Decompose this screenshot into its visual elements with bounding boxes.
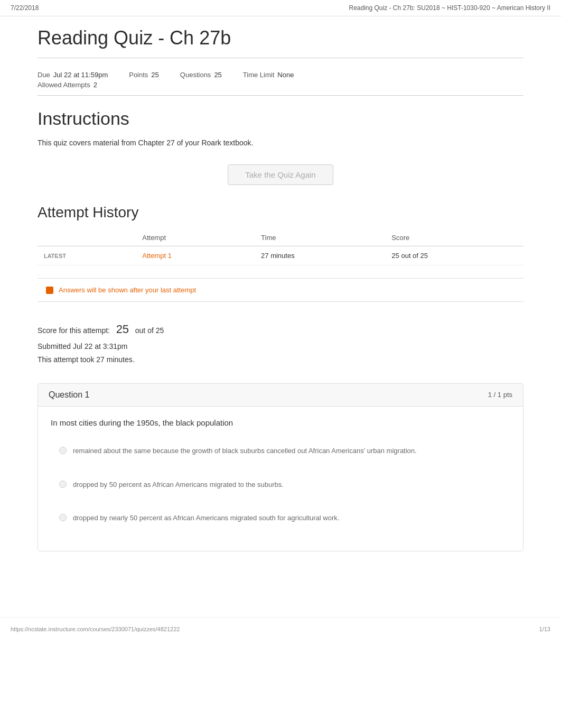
submitted-line: Submitted Jul 22 at 3:31pm [38,340,523,353]
duration-line: This attempt took 27 minutes. [38,353,523,366]
questions-meta-item: Questions 25 [180,71,222,79]
question-1-label: Question 1 [49,390,89,400]
allowed-attempts-value: 2 [94,81,97,89]
time-limit-meta-item: Time Limit None [243,71,294,79]
due-value: Jul 22 at 11:59pm [53,71,108,79]
page-footer: https://ncstate.instructure.com/courses/… [0,617,561,641]
take-quiz-button[interactable]: Take the Quiz Again [228,164,333,185]
due-meta-item: Due Jul 22 at 11:59pm [38,71,108,79]
footer-url: https://ncstate.instructure.com/courses/… [11,626,180,632]
points-meta-item: Points 25 [129,71,159,79]
quiz-meta-row-1: Due Jul 22 at 11:59pm Points 25 Question… [38,71,523,79]
answer-text-3: dropped by nearly 50 percent as African … [73,513,339,523]
page-wrapper: Reading Quiz - Ch 27b Due Jul 22 at 11:5… [27,16,534,596]
attempt-score: 25 out of 25 [385,246,523,265]
question-1-body: In most cities during the 1950s, the bla… [38,407,523,551]
answer-option-1[interactable]: remained about the same because the grow… [51,439,510,463]
radio-option-1 [59,447,67,454]
quiz-meta: Due Jul 22 at 11:59pm Points 25 Question… [38,64,523,96]
page-title: Reading Quiz - Ch 27b [38,16,523,58]
latest-badge: LATEST [38,246,136,265]
notice-text: Answers will be shown after your last at… [59,286,196,294]
quiz-meta-row-2: Allowed Attempts 2 [38,81,523,89]
browser-date: 7/22/2018 [11,4,39,12]
questions-label: Questions [180,71,211,79]
question-1-pts: 1 / 1 pts [488,391,512,399]
radio-option-3 [59,514,67,521]
points-value: 25 [151,71,158,79]
table-header-row: Attempt Time Score [38,229,523,246]
instructions-body: This quiz covers material from Chapter 2… [38,137,523,149]
notice-icon [46,287,53,294]
instructions-title: Instructions [38,108,523,129]
score-line: Score for this attempt: 25 out of 25 [38,319,523,340]
attempt-history-table: Attempt Time Score LATEST Attempt 1 27 m… [38,229,523,265]
question-1-header: Question 1 1 / 1 pts [38,384,523,407]
answer-text-2: dropped by 50 percent as African America… [73,480,284,490]
radio-option-2 [59,481,67,488]
attempt-history-title: Attempt History [38,204,523,221]
browser-tab: 7/22/2018 Reading Quiz - Ch 27b: SU2018 … [0,0,561,16]
answer-option-3[interactable]: dropped by nearly 50 percent as African … [51,506,510,530]
allowed-attempts-label: Allowed Attempts [38,81,90,89]
table-row: LATEST Attempt 1 27 minutes 25 out of 25 [38,246,523,265]
time-limit-label: Time Limit [243,71,274,79]
score-section: Score for this attempt: 25 out of 25 Sub… [38,310,523,371]
question-1-text: In most cities during the 1950s, the bla… [51,417,510,429]
due-label: Due [38,71,50,79]
col-score: Score [385,229,523,246]
col-attempt: Attempt [136,229,255,246]
attempt-time: 27 minutes [255,246,385,265]
points-label: Points [129,71,148,79]
score-number: 25 [116,322,129,336]
col-badge [38,229,136,246]
answer-option-2[interactable]: dropped by 50 percent as African America… [51,473,510,496]
answer-text-1: remained about the same because the grow… [73,446,417,456]
notice-box: Answers will be shown after your last at… [38,278,523,302]
btn-container: Take the Quiz Again [38,164,523,185]
score-out-of: out of 25 [135,326,164,335]
attempt-link[interactable]: Attempt 1 [136,246,255,265]
col-time: Time [255,229,385,246]
questions-value: 25 [214,71,221,79]
footer-page-number: 1/13 [539,626,550,632]
time-limit-value: None [277,71,294,79]
score-label: Score for this attempt: [38,326,110,335]
question-1-block: Question 1 1 / 1 pts In most cities duri… [38,383,523,551]
allowed-attempts-meta-item: Allowed Attempts 2 [38,81,97,89]
browser-title: Reading Quiz - Ch 27b: SU2018 ~ HIST-103… [349,4,550,12]
